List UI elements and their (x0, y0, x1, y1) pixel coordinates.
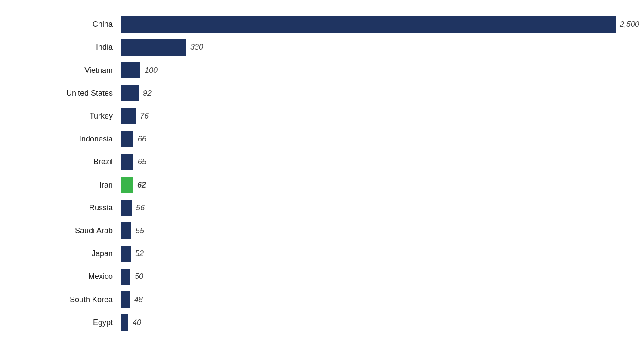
bar-value: 66 (138, 134, 146, 144)
bar-value: 92 (143, 89, 152, 98)
table-row: China2,500 (9, 15, 618, 34)
bar-value: 40 (133, 318, 141, 327)
bar (121, 108, 136, 124)
country-label: Indonesia (9, 134, 121, 144)
bar-value: 100 (145, 66, 158, 75)
bar-wrap: 48 (121, 291, 618, 308)
bar-value: 62 (137, 181, 146, 190)
country-label: Mexico (9, 272, 121, 281)
bar (121, 85, 139, 101)
country-label: Egypt (9, 318, 121, 327)
chart-container: China2,500India330Vietnam100United State… (0, 0, 644, 347)
bar-wrap: 40 (121, 314, 618, 331)
country-label: South Korea (9, 295, 121, 304)
table-row: Turkey76 (9, 106, 618, 126)
country-label: Brezil (9, 157, 121, 166)
bar-wrap: 92 (121, 85, 618, 101)
bar (121, 314, 128, 331)
table-row: India330 (9, 38, 618, 57)
bar-wrap: 55 (121, 222, 618, 239)
bar-wrap: 330 (121, 39, 618, 56)
country-label: Russia (9, 203, 121, 213)
country-label: Vietnam (9, 66, 121, 75)
bar (121, 291, 130, 308)
bar (121, 177, 133, 193)
table-row: South Korea48 (9, 290, 618, 309)
bar (121, 200, 132, 216)
table-row: Brezil65 (9, 152, 618, 172)
country-label: Iran (9, 181, 121, 190)
bar-value: 52 (135, 249, 144, 258)
table-row: Russia56 (9, 198, 618, 218)
bar (121, 39, 186, 56)
bar-value: 65 (138, 157, 146, 166)
table-row: Saudi Arab55 (9, 221, 618, 241)
country-label: China (9, 20, 121, 29)
bar (121, 16, 616, 33)
table-row: United States92 (9, 83, 618, 103)
bar (121, 154, 133, 170)
bar-wrap: 52 (121, 246, 618, 262)
bar-wrap: 100 (121, 62, 618, 78)
bar-wrap: 76 (121, 108, 618, 124)
bar-wrap: 50 (121, 269, 618, 285)
bar-value: 76 (140, 112, 149, 121)
bar-wrap: 66 (121, 131, 618, 147)
table-row: Japan52 (9, 244, 618, 264)
country-label: United States (9, 89, 121, 98)
table-row: Vietnam100 (9, 60, 618, 80)
bar-value: 50 (135, 272, 143, 281)
bar-wrap: 56 (121, 200, 618, 216)
table-row: Mexico50 (9, 267, 618, 287)
bar-value: 55 (136, 226, 144, 235)
table-row: Iran62 (9, 175, 618, 195)
bar (121, 222, 131, 239)
country-label: Japan (9, 249, 121, 258)
country-label: Saudi Arab (9, 226, 121, 235)
bar (121, 246, 131, 262)
bar-value: 48 (134, 295, 143, 304)
bar-wrap: 62 (121, 177, 618, 193)
bar-wrap: 2,500 (121, 16, 639, 33)
bar (121, 62, 140, 78)
bar-wrap: 65 (121, 154, 618, 170)
country-label: India (9, 43, 121, 52)
country-label: Turkey (9, 112, 121, 121)
bar (121, 131, 133, 147)
bar (121, 269, 130, 285)
bar-value: 2,500 (620, 20, 639, 29)
bar-chart: China2,500India330Vietnam100United State… (9, 13, 618, 334)
table-row: Indonesia66 (9, 129, 618, 149)
table-row: Egypt40 (9, 313, 618, 332)
bar-value: 56 (136, 203, 145, 213)
bar-value: 330 (190, 43, 203, 52)
